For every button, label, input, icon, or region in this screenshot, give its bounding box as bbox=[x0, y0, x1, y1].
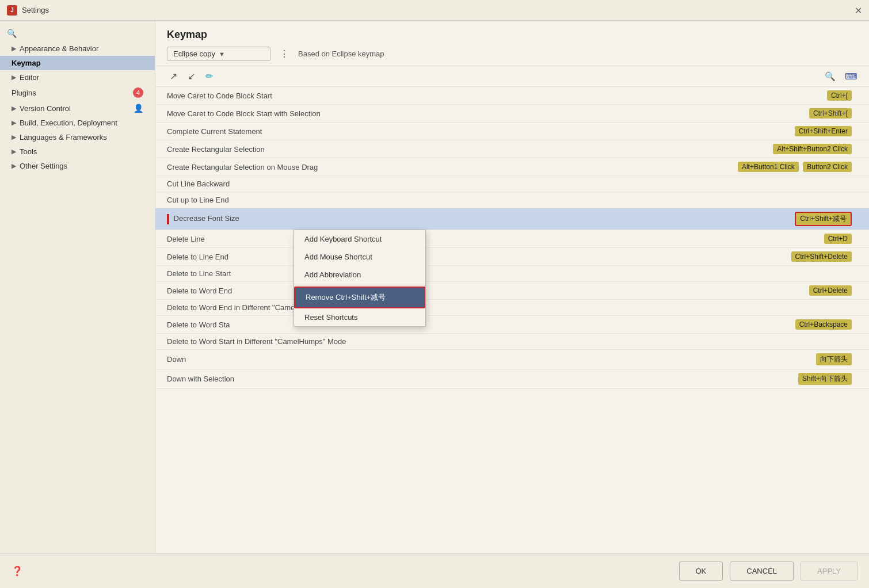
toolbar: ↗ ↙ ✏ 🔍 ⌨ bbox=[155, 66, 869, 87]
table-row[interactable]: Delete to Line Start bbox=[155, 266, 869, 282]
shortcut-badge: Ctrl+Backspace bbox=[795, 319, 852, 330]
edit-button[interactable]: ✏ bbox=[203, 70, 216, 83]
keymap-dropdown[interactable]: Eclipse copy ▼ bbox=[167, 47, 270, 61]
table-row[interactable]: Delete to Word Start in Different "Camel… bbox=[155, 334, 869, 350]
cancel-button[interactable]: CANCEL bbox=[730, 562, 794, 581]
table-row[interactable]: Down 向下箭头 bbox=[155, 350, 869, 369]
sidebar-item-label: Languages & Frameworks bbox=[20, 133, 107, 142]
action-name: Cut Line Backward bbox=[155, 176, 571, 192]
shortcuts-cell: Ctrl+Shift+[ bbox=[571, 105, 869, 123]
context-menu-add-abbreviation[interactable]: Add Abbreviation bbox=[294, 266, 425, 284]
keymap-menu-button[interactable]: ⋮ bbox=[276, 47, 292, 60]
sidebar: 🔍 ▶ Appearance & Behavior Keymap ▶ Edito… bbox=[0, 21, 155, 553]
shortcuts-cell: Ctrl+Backspace bbox=[571, 316, 869, 334]
table-row[interactable]: Move Caret to Code Block Start Ctrl+[ bbox=[155, 87, 869, 105]
shortcuts-cell: 向下箭头 bbox=[571, 350, 869, 369]
shortcuts-cell bbox=[571, 176, 869, 192]
sidebar-item-label: Tools bbox=[20, 147, 37, 156]
context-menu-add-mouse[interactable]: Add Mouse Shortcut bbox=[294, 248, 425, 266]
table-row[interactable]: Create Rectangular Selection Alt+Shift+B… bbox=[155, 140, 869, 158]
table-row[interactable]: Delete to Word End in Different "CamelHu… bbox=[155, 300, 869, 316]
keymap-table: Move Caret to Code Block Start Ctrl+[ Mo… bbox=[155, 87, 869, 389]
help-icon[interactable]: ❓ bbox=[12, 566, 23, 576]
content-area: Keymap Eclipse copy ▼ ⋮ Based on Eclipse… bbox=[155, 21, 869, 553]
shortcuts-cell bbox=[571, 192, 869, 208]
table-row[interactable]: Create Rectangular Selection on Mouse Dr… bbox=[155, 158, 869, 176]
shortcuts-cell: Ctrl+Shift+减号 bbox=[571, 208, 869, 230]
shortcut-badge: Ctrl+[ bbox=[827, 90, 852, 101]
keymap-row: Eclipse copy ▼ ⋮ Based on Eclipse keymap bbox=[167, 47, 857, 61]
sidebar-item-tools[interactable]: ▶ Tools bbox=[0, 144, 155, 159]
sidebar-item-version-control[interactable]: ▶ Version Control 👤 bbox=[0, 101, 155, 116]
context-menu-divider bbox=[294, 285, 425, 285]
sidebar-item-label: Build, Execution, Deployment bbox=[20, 119, 117, 127]
close-button[interactable]: ✕ bbox=[855, 5, 862, 16]
window-title: Settings bbox=[22, 6, 49, 14]
shortcuts-cell: Ctrl+[ bbox=[571, 87, 869, 105]
sidebar-item-plugins[interactable]: Plugins 4 bbox=[0, 85, 155, 101]
shortcuts-cell: Shift+向下箭头 bbox=[571, 369, 869, 389]
shortcut-badge: 向下箭头 bbox=[816, 353, 852, 365]
shortcuts-cell: Alt+Shift+Button2 Click bbox=[571, 140, 869, 158]
bottom-bar: ❓ OK CANCEL APPLY bbox=[0, 553, 869, 588]
search-button[interactable]: 🔍 bbox=[825, 71, 836, 82]
context-menu-overlay: Add Keyboard Shortcut Add Mouse Shortcut… bbox=[294, 230, 426, 327]
expand-button[interactable]: ↗ bbox=[167, 70, 180, 83]
page-title: Keymap bbox=[167, 29, 857, 41]
table-row[interactable]: Cut Line Backward bbox=[155, 176, 869, 192]
chevron-right-icon: ▶ bbox=[12, 133, 16, 141]
action-name: Move Caret to Code Block Start bbox=[155, 87, 571, 105]
action-name: Down bbox=[155, 350, 571, 369]
sidebar-search[interactable]: 🔍 bbox=[0, 25, 155, 41]
table-row[interactable]: Delete to Line End Ctrl+Shift+Delete bbox=[155, 248, 869, 266]
keymap-description: Based on Eclipse keymap bbox=[298, 49, 384, 58]
sidebar-item-label: Keymap bbox=[12, 59, 41, 67]
table-row[interactable]: Move Caret to Code Block Start with Sele… bbox=[155, 105, 869, 123]
shortcut-badge: Ctrl+Shift+[ bbox=[809, 108, 852, 119]
table-row[interactable]: Delete to Word Sta Ctrl+Backspace bbox=[155, 316, 869, 334]
action-name: Move Caret to Code Block Start with Sele… bbox=[155, 105, 571, 123]
shortcuts-cell bbox=[571, 300, 869, 316]
ok-button[interactable]: OK bbox=[679, 562, 723, 581]
table-row[interactable]: Cut up to Line End bbox=[155, 192, 869, 208]
context-menu-remove[interactable]: Remove Ctrl+Shift+减号 bbox=[294, 287, 425, 308]
row-indicator bbox=[167, 214, 169, 224]
apply-button[interactable]: APPLY bbox=[801, 562, 857, 581]
table-row[interactable]: Delete to Word End Ctrl+Delete bbox=[155, 282, 869, 300]
sidebar-item-appearance[interactable]: ▶ Appearance & Behavior bbox=[0, 41, 155, 56]
chevron-right-icon: ▶ bbox=[12, 74, 16, 81]
shortcut-badge: Button2 Click bbox=[803, 162, 852, 172]
table-row[interactable]: Delete Line Ctrl+D bbox=[155, 230, 869, 248]
action-name: Create Rectangular Selection bbox=[155, 140, 571, 158]
context-menu: Add Keyboard Shortcut Add Mouse Shortcut… bbox=[294, 230, 426, 327]
chevron-right-icon: ▶ bbox=[12, 45, 16, 52]
action-name: Decrease Font Size bbox=[155, 208, 571, 230]
context-menu-reset[interactable]: Reset Shortcuts bbox=[294, 308, 425, 326]
table-row[interactable]: Complete Current Statement Ctrl+Shift+En… bbox=[155, 123, 869, 140]
keyboard-icon[interactable]: ⌨ bbox=[845, 71, 857, 82]
shortcut-badge: Ctrl+Shift+Delete bbox=[791, 251, 852, 262]
sidebar-item-label: Other Settings bbox=[20, 162, 67, 170]
sidebar-item-other[interactable]: ▶ Other Settings bbox=[0, 159, 155, 173]
chevron-right-icon: ▶ bbox=[12, 119, 16, 127]
action-name: Down with Selection bbox=[155, 369, 571, 389]
shortcuts-cell: Ctrl+Delete bbox=[571, 282, 869, 300]
sidebar-item-keymap[interactable]: Keymap bbox=[0, 56, 155, 70]
table-row-decrease-font[interactable]: Decrease Font Size Ctrl+Shift+减号 bbox=[155, 208, 869, 230]
collapse-button[interactable]: ↙ bbox=[185, 70, 198, 83]
search-icon: 🔍 bbox=[7, 29, 17, 38]
shortcut-badge: Ctrl+Delete bbox=[809, 285, 852, 296]
shortcut-badge: Shift+向下箭头 bbox=[798, 373, 852, 385]
sidebar-item-editor[interactable]: ▶ Editor bbox=[0, 70, 155, 85]
plugins-badge: 4 bbox=[133, 87, 143, 98]
shortcuts-cell bbox=[571, 334, 869, 350]
shortcuts-cell: Ctrl+Shift+Enter bbox=[571, 123, 869, 140]
action-name: Delete to Word Start in Different "Camel… bbox=[155, 334, 571, 350]
shortcuts-cell: Ctrl+D bbox=[571, 230, 869, 248]
table-row[interactable]: Down with Selection Shift+向下箭头 bbox=[155, 369, 869, 389]
shortcut-badge: Ctrl+D bbox=[824, 234, 852, 244]
sidebar-item-languages[interactable]: ▶ Languages & Frameworks bbox=[0, 130, 155, 144]
sidebar-item-build[interactable]: ▶ Build, Execution, Deployment bbox=[0, 116, 155, 130]
context-menu-add-keyboard[interactable]: Add Keyboard Shortcut bbox=[294, 230, 425, 248]
action-name: Cut up to Line End bbox=[155, 192, 571, 208]
